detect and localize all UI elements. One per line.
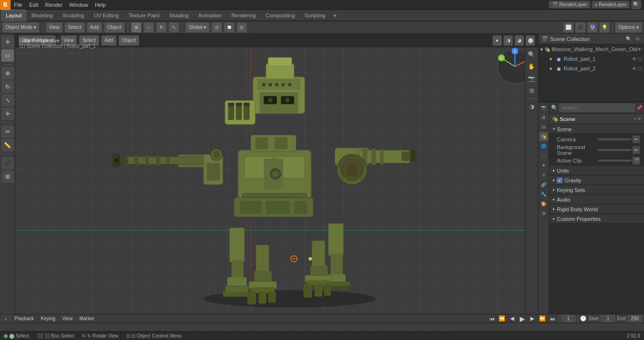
scene-selector[interactable]: 🎬 RenderLayer	[549, 1, 590, 8]
view-menu[interactable]: View	[60, 316, 75, 321]
outliner-filter-btn[interactable]: 🔍	[625, 35, 632, 43]
props-icon-view-layer[interactable]: 🗂	[539, 122, 548, 131]
props-icon-shading[interactable]: 🎨	[539, 200, 548, 208]
pan-tool[interactable]: ✋	[526, 61, 537, 72]
keying-menu[interactable]: Keying	[39, 316, 58, 321]
tab-sculpting[interactable]: Sculpting	[58, 10, 89, 21]
camera-tool[interactable]: 📷	[526, 73, 537, 84]
menu-window[interactable]: Window	[66, 0, 92, 10]
props-icon-output[interactable]: 🖨	[539, 113, 548, 122]
props-icon-physics[interactable]: ⚛	[539, 171, 548, 179]
wireframe-btn[interactable]: ⬜	[563, 22, 574, 33]
grab-btn[interactable]: ↔	[144, 22, 154, 33]
search-icon-btn[interactable]: 🔍	[631, 0, 641, 9]
add-menu[interactable]: Add	[87, 22, 102, 33]
scene-section-header[interactable]: ▾ Scene	[549, 124, 644, 134]
scale-tool[interactable]: ⤡	[1, 94, 14, 107]
select-menu[interactable]: Select	[65, 22, 85, 33]
obj2-eye[interactable]: 👁	[632, 66, 637, 71]
tab-compositing[interactable]: Compositing	[261, 10, 300, 21]
object-mode-selector[interactable]: Object Mode ▾	[2, 22, 39, 33]
options-btn[interactable]: Options ▾	[615, 22, 642, 33]
annotate-tool[interactable]: ✏	[1, 125, 14, 138]
outliner-item-robot-part-1[interactable]: ▾ ◼ Robot_part_1 👁 ⬡	[539, 54, 644, 64]
cursor-tool[interactable]: ✛	[1, 36, 14, 48]
outliner-item-robot-part-2[interactable]: ▾ ◼ Robot_part_2 👁 ⬡	[539, 64, 644, 73]
camera-edit-btn[interactable]: ✏	[632, 136, 640, 143]
outliner-settings-btn[interactable]: ⚙	[633, 35, 641, 43]
proportional-edit-btn[interactable]: ◎	[237, 22, 247, 33]
outliner-item-collection[interactable]: ▾ 🎭 Massive_Walking_Mech_Green_Old 👁	[539, 44, 644, 54]
tab-texture-paint[interactable]: Texture Paint	[124, 10, 164, 21]
marker-menu[interactable]: Marker	[78, 316, 96, 321]
props-icon-particles[interactable]: ✦	[539, 161, 548, 170]
tab-shading[interactable]: Shading	[164, 10, 193, 21]
rotate-tool[interactable]: ↻	[1, 81, 14, 93]
custom-props-header[interactable]: ▸ Custom Properties	[549, 214, 644, 224]
props-icon-data[interactable]: ⚙	[539, 209, 548, 218]
props-search-input[interactable]	[559, 104, 635, 112]
obj1-select[interactable]: ⬡	[638, 56, 642, 62]
material-preview-btn[interactable]: 🔮	[587, 22, 598, 33]
bg-scene-edit-btn[interactable]: ✏	[632, 146, 640, 154]
gravity-checkbox[interactable]: ✓	[557, 177, 563, 183]
jump-start-btn[interactable]: ⏮	[487, 314, 496, 323]
measure-tool[interactable]: 📏	[1, 139, 14, 151]
transform-btn[interactable]: ⊕	[131, 22, 142, 33]
menu-render[interactable]: Render	[42, 0, 66, 10]
scale-btn[interactable]: ⤡	[169, 22, 179, 33]
transform-tool[interactable]: ✛	[1, 108, 14, 120]
rotate-btn[interactable]: ↻	[156, 22, 167, 33]
current-frame-input[interactable]	[561, 315, 576, 322]
timeline-ruler[interactable]: 10 20 30 40 50 60 70 80 90 100 110 120 1…	[0, 323, 644, 331]
tab-rendering[interactable]: Rendering	[226, 10, 261, 21]
render-preview-tool[interactable]: ◑	[526, 101, 537, 112]
global-selector[interactable]: Global ▾	[185, 22, 210, 33]
playback-menu[interactable]: Playback	[13, 316, 36, 321]
props-search-pin[interactable]: 📌	[636, 105, 642, 110]
tab-uv-editing[interactable]: UV Editing	[89, 10, 124, 21]
end-frame-input[interactable]	[628, 315, 642, 322]
render-layer-selector[interactable]: ≡ RenderLayer	[592, 1, 630, 8]
new-scene-btn[interactable]: +	[633, 116, 636, 122]
tab-scripting[interactable]: Scripting	[300, 10, 330, 21]
rigid-body-world-header[interactable]: ▸ Rigid Body World	[549, 204, 644, 214]
active-clip-value[interactable]	[598, 160, 631, 162]
add-tool[interactable]: ⊞	[1, 170, 14, 183]
object-menu[interactable]: Object	[104, 22, 125, 33]
tab-layout[interactable]: Layout	[1, 10, 26, 21]
add-cube-tool[interactable]: ⬛	[1, 157, 14, 169]
units-section-header[interactable]: ▸ Units	[549, 166, 644, 176]
audio-section-header[interactable]: ▸ Audio	[549, 195, 644, 204]
tab-modeling[interactable]: Modeling	[26, 10, 58, 21]
next-keyframe-btn[interactable]: ⏩	[538, 314, 547, 323]
next-frame-btn[interactable]: ▶	[528, 314, 537, 323]
transform-pivot-btn[interactable]: ⊙	[211, 22, 222, 33]
props-icon-modifiers[interactable]: 🔧	[539, 190, 548, 199]
menu-edit[interactable]: Edit	[26, 0, 42, 10]
tab-add-button[interactable]: +	[330, 11, 340, 20]
grid-tool[interactable]: ⊞	[526, 85, 537, 96]
move-tool[interactable]: ⊕	[1, 67, 14, 80]
camera-value[interactable]	[598, 138, 631, 140]
play-btn[interactable]: ▶	[518, 314, 526, 323]
view-menu[interactable]: View	[46, 22, 63, 33]
props-icon-constraints[interactable]: 🔗	[539, 180, 548, 189]
delete-scene-btn[interactable]: ✕	[637, 116, 641, 122]
tab-animation[interactable]: Animation	[194, 10, 227, 21]
bg-scene-value[interactable]	[598, 149, 631, 151]
snap-btn[interactable]: 🔲	[224, 22, 235, 33]
active-clip-edit-btn[interactable]: 🎬	[632, 157, 640, 164]
props-icon-object[interactable]: ⬛	[539, 151, 548, 160]
collection-eye[interactable]: 👁	[637, 47, 642, 52]
prev-frame-btn[interactable]: ◀	[508, 314, 516, 323]
props-icon-render[interactable]: 📷	[539, 103, 548, 112]
jump-end-btn[interactable]: ⏭	[548, 314, 557, 323]
props-icon-world[interactable]: 🌐	[539, 142, 548, 150]
viewport[interactable]: Object Mode▾ View Select Add Object ● ◑ …	[15, 34, 538, 314]
start-frame-input[interactable]	[601, 315, 615, 322]
menu-help[interactable]: Help	[92, 0, 109, 10]
gravity-section-header[interactable]: ▸ ✓ Gravity	[549, 176, 644, 185]
prev-keyframe-btn[interactable]: ⏪	[498, 314, 506, 323]
zoom-tool[interactable]: 🔍	[526, 49, 537, 60]
